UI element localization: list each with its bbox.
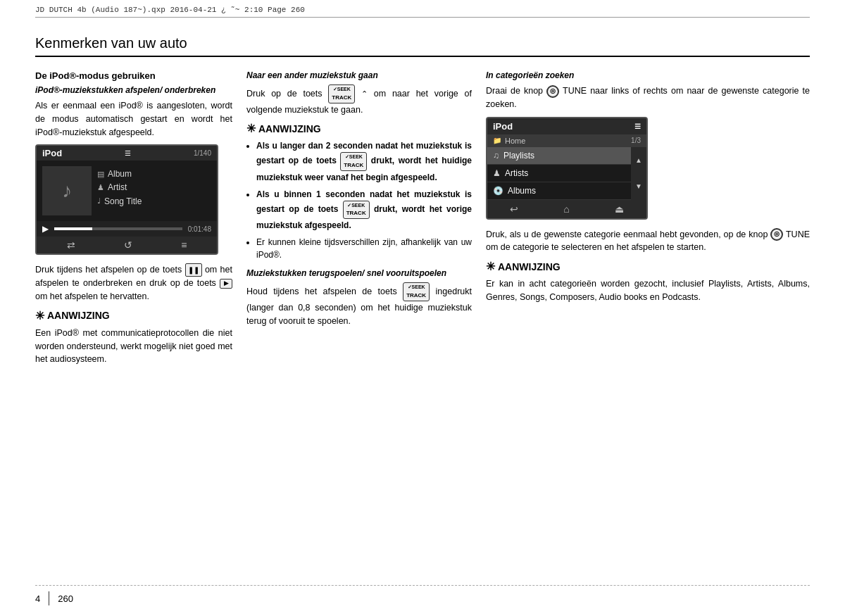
scroll-down-icon: ▼ [635, 182, 642, 190]
shuffle-icon: ⇄ [67, 239, 75, 251]
ipod2-title: iPod ☰ [487, 118, 646, 134]
track-info: ▤ Album ♟ Artist ♩ Song Title [97, 161, 147, 221]
right-body2: Druk, als u de gewenste categorie eenmaa… [486, 228, 810, 255]
page-header: Kenmerken van uw auto [35, 35, 810, 57]
albums-label: Albums [508, 186, 536, 196]
footer-page-number: 4 [35, 593, 40, 604]
ipod-screen-1: iPod ☰ 1/140 ♪ ▤ Album ♟ Artist [35, 144, 218, 255]
music-note-icon: ♪ [62, 180, 72, 202]
left-aanwijzing-title: ✳ AANWIJZING [35, 309, 232, 322]
song-icon: ♩ [97, 195, 101, 208]
right-aanwijzing: ✳ AANWIJZING Er kan in acht categorieën … [486, 260, 810, 304]
list-item-playlists: ♫ Playlists [487, 147, 631, 165]
left-body2: Druk tijdens het afspelen op de toets ❚❚… [35, 263, 232, 303]
song-row: ♩ Song Title [97, 195, 142, 208]
left-body2-text3: om het afspelen te hervatten. [35, 291, 149, 301]
list-item-3: Er kunnen kleine tijdsverschillen zijn, … [256, 236, 472, 261]
middle-aanwijzing-list: Als u langer dan 2 seconden nadat het mu… [246, 139, 472, 261]
scroll-bar: ▲ ▼ [631, 147, 646, 200]
left-aanwijzing-label: AANWIJZING [47, 310, 110, 321]
right-section1-title: In categorieën zoeken [486, 70, 810, 80]
repeat-icon: ↺ [124, 239, 132, 251]
album-icon: ▤ [97, 168, 104, 181]
main-content: De iPod®-modus gebruiken iPod®-muziekstu… [35, 70, 810, 574]
ipod2-body: ♫ Playlists ♟ Artists 💿 Albums ▲ ▼ [487, 147, 646, 200]
top-metadata-bar: JD DUTCH 4b (Audio 187~).qxp 2016-04-21 … [35, 6, 810, 18]
ipod2-breadcrumb: 📁 Home 1/3 [487, 134, 646, 147]
play-button-icon: ▶ [220, 279, 232, 289]
ipod-controls: ⇄ ↺ ≡ [37, 237, 217, 253]
asterisk-icon: ✳ [35, 309, 44, 322]
list-item-albums: 💿 Albums [487, 182, 631, 200]
middle-section2-body: Houd tijdens het afspelen de toets ✓SEEK… [246, 282, 472, 327]
list-item-artists: ♟ Artists [487, 165, 631, 182]
tune-knob-icon-2: ◎ [770, 228, 783, 241]
album-row: ▤ Album [97, 168, 142, 181]
page-count: 1/3 [631, 137, 641, 144]
track-count: 1/140 [194, 149, 211, 157]
list-item-2: Als u binnen 1 seconden nadat het muziek… [256, 188, 472, 232]
ipod-title-bar: iPod ☰ 1/140 [37, 146, 217, 161]
playlists-label: Playlists [503, 151, 534, 161]
asterisk-icon-2: ✳ [246, 122, 256, 135]
page-title: Kenmerken van uw auto [35, 35, 810, 51]
pause-button-icon: ❚❚ [185, 263, 202, 277]
artist-icon: ♟ [97, 182, 104, 194]
footer-page-number2: 260 [58, 593, 73, 604]
artists-label: Artists [505, 168, 528, 178]
middle-section2-title: Muziekstukken terugspoelen/ snel vooruit… [246, 268, 472, 278]
play-indicator: ▶ [42, 224, 49, 234]
seek-track-btn-3: ✓SEEK TRACK [343, 201, 370, 220]
artist-name: Artist [108, 181, 127, 194]
left-aanwijzing-text: Een iPod® met communicatieprotocollen di… [35, 327, 232, 366]
left-subsection-title: iPod®-muziekstukken afspelen/ onderbreke… [35, 85, 232, 95]
middle-section1-title: Naar een ander muziekstuk gaan [246, 70, 472, 80]
track-time: 0:01:48 [188, 225, 211, 233]
ipod-menu-icon: ☰ [125, 149, 131, 157]
left-aanwijzing: ✳ AANWIJZING Een iPod® met communicatiep… [35, 309, 232, 366]
ipod2-controls: ↩ ⌂ ⏏ [487, 200, 646, 218]
folder-icon: 📁 [493, 137, 501, 144]
ipod2-category-list: ♫ Playlists ♟ Artists 💿 Albums [487, 147, 631, 200]
home-icon: ⌂ [563, 203, 569, 215]
progress-bar-wrap: ▶ 0:01:48 [37, 221, 217, 237]
artists-icon: ♟ [493, 168, 501, 178]
ipod-screen-2: iPod ☰ 📁 Home 1/3 ♫ Playlists ♟ Artists [486, 117, 648, 220]
song-title: Song Title [104, 195, 142, 208]
left-column: De iPod®-modus gebruiken iPod®-muziekstu… [35, 70, 232, 574]
right-section1-body: Draai de knop ◎ TUNE naar links of recht… [486, 84, 810, 111]
progress-bar [54, 227, 182, 230]
eject-icon: ⏏ [615, 203, 624, 215]
middle-column: Naar een ander muziekstuk gaan Druk op d… [246, 70, 472, 574]
list-item-1: Als u langer dan 2 seconden nadat het mu… [256, 139, 472, 184]
seek-track-btn-2: ✓SEEK TRACK [340, 152, 367, 171]
artist-row: ♟ Artist [97, 181, 142, 194]
middle-aanwijzing: ✳ AANWIJZING Als u langer dan 2 seconden… [246, 122, 472, 261]
back-icon: ↩ [510, 203, 518, 215]
left-body2-text1: Druk tijdens het afspelen op de toets [35, 265, 182, 275]
middle-aanwijzing-title: ✳ AANWIJZING [246, 122, 472, 135]
album-name: Album [108, 168, 132, 181]
document-metadata: JD DUTCH 4b (Audio 187~).qxp 2016-04-21 … [35, 6, 305, 14]
right-aanwijzing-title: ✳ AANWIJZING [486, 260, 810, 273]
album-art: ♪ [42, 166, 92, 215]
right-column: In categorieën zoeken Draai de knop ◎ TU… [486, 70, 810, 574]
footer: 4 260 [35, 585, 810, 605]
tune-knob-icon: ◎ [546, 85, 559, 98]
left-body1: Als er eenmaal een iPod® is aangesloten,… [35, 99, 232, 139]
ipod-label: iPod [42, 148, 62, 158]
middle-section1-body: Druk op de toets ✓SEEK TRACK ⌃ om naar h… [246, 84, 472, 116]
scroll-up-icon: ▲ [635, 156, 642, 164]
ipod2-menu-icon: ☰ [634, 122, 641, 130]
breadcrumb-text: Home [505, 137, 525, 145]
middle-aanwijzing-label: AANWIJZING [258, 123, 321, 134]
seek-track-btn-4: ✓SEEK TRACK [403, 282, 430, 301]
playlists-icon: ♫ [493, 151, 499, 161]
list-icon: ≡ [181, 239, 187, 251]
right-aanwijzing-text: Er kan in acht categorieën worden gezoch… [486, 277, 810, 304]
ipod2-label: iPod [493, 121, 513, 132]
seek-track-btn-1: ✓SEEK TRACK [328, 84, 355, 103]
progress-fill [54, 227, 92, 230]
left-section-title: De iPod®-modus gebruiken [35, 70, 232, 81]
right-aanwijzing-label: AANWIJZING [498, 261, 561, 272]
